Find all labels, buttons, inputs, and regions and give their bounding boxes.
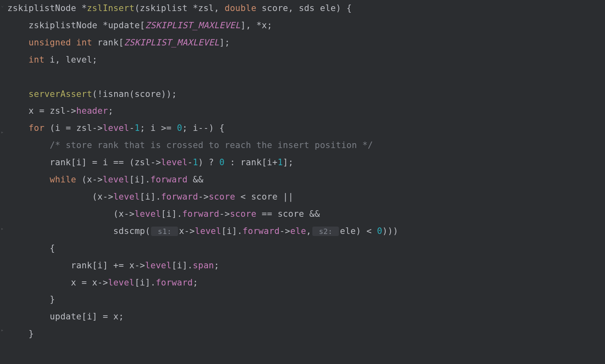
keyword: double [225,3,257,13]
number: 1 [278,157,283,167]
code-text: && [187,175,203,184]
code-text: x-> [179,226,195,236]
field: header [76,106,108,116]
field: level [195,226,221,236]
code-text: update[i] = x; [7,312,124,321]
code-text [71,38,76,47]
code-text: } [7,329,34,339]
param-hint: s1: [151,227,178,236]
code-text [7,89,29,99]
field: level [113,192,140,202]
number: 0 [177,123,182,133]
gutter-diff-icon: ▸ [1,226,4,231]
code-text [7,123,29,133]
number: 0 [219,157,225,167]
code-text: level; [65,55,97,65]
code-text: ; i--) { [182,123,225,133]
keyword: int [76,38,92,47]
code-editor[interactable]: zskiplistNode *zslInsert(zskiplist *zsl,… [7,0,398,343]
code-text: { [7,243,55,253]
gutter-fold-icon[interactable]: ⌄ [1,2,4,8]
gutter-diff-icon: ▸ [1,327,4,333]
code-text: , [288,3,299,13]
code-text: ; [108,106,113,116]
code-text: , [55,55,66,65]
code-text: ; [193,278,198,288]
gutter-diff-icon: ▸ [1,129,4,135]
code-text: ], *x; [241,20,273,30]
code-text: , [306,226,312,236]
constant: ZSKIPLIST_MAXLEVEL [124,38,219,47]
field: score [209,192,235,202]
code-text: zskiplistNode *update[ [7,20,145,30]
code-text: rank[i] = i == (zsl-> [7,157,161,167]
keyword: while [50,175,77,184]
code-text: ))) [382,226,398,236]
code-content[interactable]: zskiplistNode *zslInsert(zskiplist *zsl,… [7,0,398,343]
code-text [7,140,50,150]
code-text: ; i >= [140,123,177,133]
code-text: ; [214,261,219,270]
field: level [103,123,129,133]
field: ele [290,226,306,236]
code-text: (x-> [76,175,103,184]
code-text: == score && [256,209,320,219]
number: 1 [193,157,198,167]
code-text: sds ele) { [299,3,352,13]
code-text: ) ? [198,157,219,167]
field: forward [243,226,280,236]
code-text: < score || [235,192,293,202]
keyword: unsigned [29,38,71,47]
code-text: : rank[i+ [225,157,278,167]
field: span [193,261,214,270]
field: level [161,157,187,167]
field: level [103,175,129,184]
code-text: [i]. [140,192,161,202]
function-name: zslInsert [87,3,135,13]
code-text: -> [219,209,230,219]
field: level [108,278,135,288]
field: level [145,261,172,270]
editor-gutter: ⌄ ▸ ▸ ▸ [0,0,7,364]
function-call: serverAssert [29,89,92,99]
comment: /* store rank that is crossed to reach t… [50,140,373,150]
field: forward [150,175,187,184]
code-text: (i = zsl-> [45,123,103,133]
code-text [7,38,29,47]
code-text [7,175,50,184]
keyword: for [29,123,45,133]
field: forward [161,192,198,202]
code-text: score [256,3,288,13]
code-text: [i]. [172,261,193,270]
code-text: (x-> [7,209,135,219]
code-line: zskiplistNode * [7,3,87,13]
keyword: int [29,55,45,65]
code-text: - [129,123,135,133]
code-text: x = zsl-> [7,106,76,116]
number: 0 [377,226,382,236]
code-text: (!isnan(score)); [92,89,177,99]
code-text: ele) < [340,226,377,236]
code-text: [i]. [129,175,151,184]
code-text: (zskiplist *zsl [135,3,214,13]
code-text: [i]. [161,209,182,219]
code-text: [i]. [221,226,243,236]
code-text: -> [198,192,209,202]
field: forward [182,209,219,219]
field: score [230,209,257,219]
code-text: [i]. [135,278,156,288]
number: 1 [135,123,140,133]
code-text: } [7,294,55,304]
code-text: sdscmp( [7,226,150,236]
code-text: rank[i] += x-> [7,261,145,270]
code-text: (x-> [7,192,113,202]
code-text: ]; [219,38,230,47]
code-text: rank[ [92,38,124,47]
field: forward [156,278,193,288]
code-text: ]; [283,157,293,167]
field: level [135,209,161,219]
param-hint: s2: [312,227,339,236]
code-text: , [214,3,225,13]
code-text: - [187,157,193,167]
code-text: x = x-> [7,278,108,288]
